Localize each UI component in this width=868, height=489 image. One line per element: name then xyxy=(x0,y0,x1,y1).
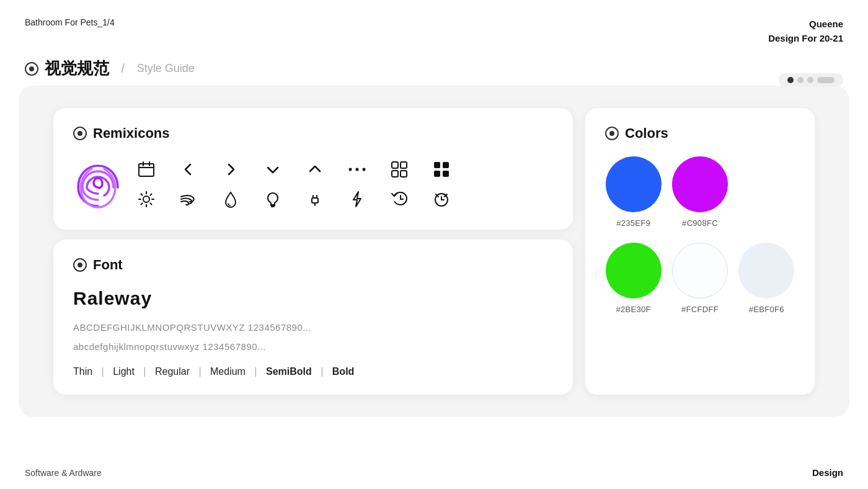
sep-3: | xyxy=(196,366,204,377)
remixicons-title: Remixicons xyxy=(93,125,170,141)
color-item-empty-top xyxy=(738,156,795,228)
svg-point-15 xyxy=(143,196,149,202)
chevron-right-icon xyxy=(219,158,242,181)
font-weight-light: Light xyxy=(113,366,135,377)
color-item-green: #2BE30F xyxy=(605,243,662,314)
apps-icon xyxy=(388,158,410,181)
more-icon xyxy=(346,158,368,181)
radio-icon-inner xyxy=(29,66,34,71)
water-drop-icon xyxy=(219,188,242,210)
footer: Software & Ardware Design xyxy=(0,456,868,489)
remixicons-card: Remixicons xyxy=(53,108,573,230)
svg-rect-11 xyxy=(434,162,440,168)
plug-icon xyxy=(304,188,326,210)
color-swatch-blue xyxy=(606,156,662,212)
svg-rect-0 xyxy=(139,164,154,176)
font-weights-row: Thin | Light | Regular | Medium | SemiBo… xyxy=(73,366,553,377)
brand-line2: Design For 20-21 xyxy=(768,32,843,46)
project-title: Bathroom For Pets_1/4 xyxy=(25,17,115,27)
brand-info: Queene Design For 20-21 xyxy=(768,17,843,45)
color-item-magenta: #C908FC xyxy=(671,156,728,228)
color-swatch-green xyxy=(606,243,662,298)
dot-4[interactable] xyxy=(817,77,835,83)
font-radio-icon xyxy=(73,258,87,272)
colors-section-title: Colors xyxy=(625,125,668,141)
footer-right: Design xyxy=(812,467,843,478)
sun-icon xyxy=(135,188,157,210)
font-card: Font Raleway ABCDEFGHIJKLMNOPQRSTUVWXYZ … xyxy=(53,240,573,395)
remixicons-radio-icon xyxy=(73,127,87,140)
font-card-title: Font xyxy=(73,257,553,273)
color-item-blue: #235EF9 xyxy=(605,156,662,228)
left-panel: Remixicons xyxy=(53,108,573,395)
chevron-down-icon xyxy=(262,158,284,181)
svg-rect-13 xyxy=(434,171,440,177)
dot-1[interactable] xyxy=(787,77,794,83)
font-radio-inner xyxy=(78,262,82,267)
font-alphabet-lower: abcdefghijklmnopqrstuvwxyz 1234567890... xyxy=(73,338,553,355)
svg-line-20 xyxy=(141,194,143,195)
svg-point-5 xyxy=(356,168,359,171)
right-panel: Colors #235EF9 #C908FC xyxy=(585,108,815,395)
remixicons-radio-inner xyxy=(78,131,82,136)
history-icon xyxy=(388,188,410,210)
fingerprint-icon xyxy=(73,156,123,212)
font-weight-medium: Medium xyxy=(210,366,246,377)
dot-2[interactable] xyxy=(797,77,804,83)
calendar-icon xyxy=(135,158,157,181)
font-weight-bold: Bold xyxy=(332,366,355,377)
remixicons-card-title: Remixicons xyxy=(73,125,553,141)
colors-grid: #235EF9 #C908FC #2BE30F xyxy=(605,156,795,314)
svg-rect-9 xyxy=(392,171,398,177)
colors-card: Colors #235EF9 #C908FC xyxy=(585,108,815,395)
wind-icon xyxy=(177,188,200,210)
icon-row-2 xyxy=(135,188,553,210)
color-label-magenta: #C908FC xyxy=(682,218,718,228)
title-chinese: 视觉规范 xyxy=(45,58,109,79)
icons-grid xyxy=(73,156,553,212)
svg-rect-12 xyxy=(443,162,449,168)
colors-radio-inner xyxy=(609,131,614,136)
main-content: Remixicons xyxy=(29,96,839,407)
svg-point-6 xyxy=(363,168,366,171)
svg-rect-8 xyxy=(401,162,407,168)
svg-rect-14 xyxy=(443,171,449,177)
color-label-lightblue: #EBF0F6 xyxy=(749,305,784,314)
font-weight-thin: Thin xyxy=(73,366,92,377)
bulb-icon xyxy=(262,188,284,210)
svg-rect-10 xyxy=(401,171,407,177)
alarm-icon xyxy=(430,188,453,210)
brand-line1: Queene xyxy=(768,17,843,32)
color-swatch-nearwhite xyxy=(672,243,728,298)
dot-3[interactable] xyxy=(807,77,813,83)
color-item-nearwhite: #FCFDFF xyxy=(671,243,728,314)
colors-radio-icon xyxy=(605,127,619,140)
style-guide-title-bar: 视觉规范 / Style Guide xyxy=(0,45,868,79)
color-swatch-magenta xyxy=(672,156,728,212)
fingerprint-container xyxy=(73,156,123,212)
sep-1: | xyxy=(99,366,107,377)
color-label-blue: #235EF9 xyxy=(616,218,650,228)
chevron-up-icon xyxy=(304,158,326,181)
color-item-lightblue: #EBF0F6 xyxy=(738,243,795,314)
svg-point-4 xyxy=(349,168,352,171)
outer-container: Remixicons xyxy=(19,86,849,417)
font-name: Raleway xyxy=(73,288,553,309)
svg-line-21 xyxy=(150,203,151,204)
svg-rect-7 xyxy=(392,162,398,168)
footer-left: Software & Ardware xyxy=(25,468,102,478)
title-slash: / xyxy=(118,61,128,76)
colors-card-title: Colors xyxy=(605,125,795,141)
svg-line-22 xyxy=(141,203,143,204)
title-english: Style Guide xyxy=(137,62,195,75)
grid-icon xyxy=(430,158,453,181)
header: Bathroom For Pets_1/4 Queene Design For … xyxy=(0,0,868,45)
icon-row-1 xyxy=(135,158,553,181)
color-label-nearwhite: #FCFDFF xyxy=(681,305,719,314)
color-swatch-lightblue xyxy=(738,243,794,298)
color-label-green: #2BE30F xyxy=(616,305,651,314)
icons-rows xyxy=(135,158,553,210)
font-section-title: Font xyxy=(93,257,123,273)
sep-5: | xyxy=(318,366,326,377)
font-weight-semibold: SemiBold xyxy=(266,366,312,377)
